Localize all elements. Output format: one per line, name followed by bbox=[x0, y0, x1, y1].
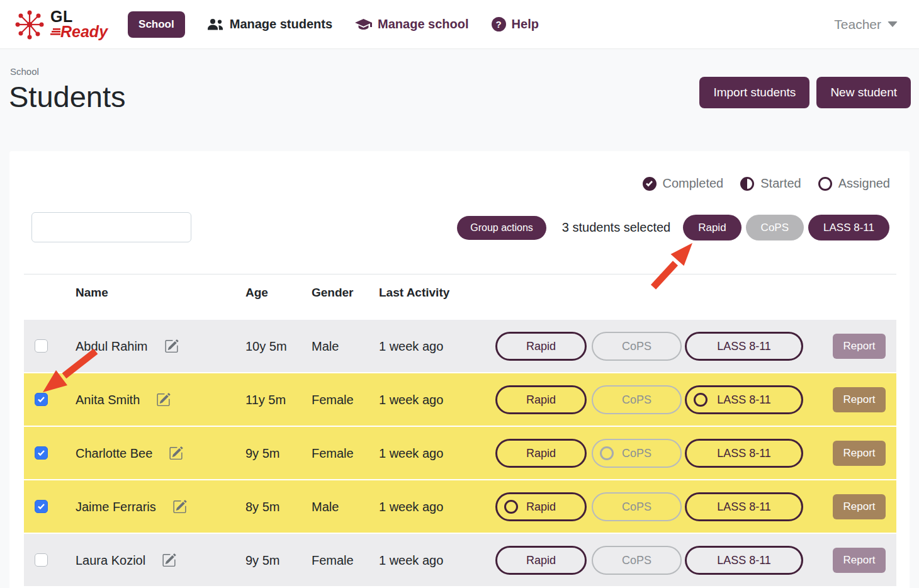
edit-icon[interactable] bbox=[164, 339, 179, 353]
search-input[interactable] bbox=[31, 212, 191, 242]
row-checkbox[interactable] bbox=[35, 500, 48, 513]
legend-assigned-label: Assigned bbox=[838, 176, 890, 191]
report-button[interactable]: Report bbox=[833, 441, 886, 466]
mortarboard-icon bbox=[355, 18, 372, 31]
row-checkbox[interactable] bbox=[35, 339, 48, 353]
people-icon bbox=[206, 18, 224, 31]
selection-count-text: 3 students selected bbox=[562, 220, 670, 235]
cops-test-button[interactable]: CoPS bbox=[592, 439, 682, 468]
starburst-icon bbox=[14, 9, 45, 40]
page-title: Students bbox=[9, 79, 126, 114]
table-row: Abdul Rahim 10y 5m Male 1 week ago Rapid… bbox=[24, 320, 896, 372]
student-gender: Male bbox=[312, 499, 339, 514]
edit-icon[interactable] bbox=[156, 392, 171, 407]
group-cops-button[interactable]: CoPS bbox=[746, 215, 804, 240]
table-row: Charlotte Bee 9y 5m Female 1 week ago Ra… bbox=[24, 427, 896, 479]
student-age: 9y 5m bbox=[245, 446, 279, 460]
legend-completed-label: Completed bbox=[663, 176, 724, 191]
edit-icon[interactable] bbox=[162, 553, 176, 567]
assigned-status-icon bbox=[694, 393, 708, 407]
student-last-activity: 1 week ago bbox=[379, 339, 443, 353]
nav-manage-school[interactable]: Manage school bbox=[355, 17, 468, 31]
edit-icon[interactable] bbox=[169, 446, 183, 460]
row-checkbox[interactable] bbox=[35, 393, 48, 406]
student-gender: Female bbox=[312, 553, 354, 567]
student-last-activity: 1 week ago bbox=[379, 446, 443, 460]
table-row: Laura Koziol 9y 5m Female 1 week ago Rap… bbox=[24, 534, 896, 586]
student-name: Jaime Ferraris bbox=[76, 499, 156, 514]
assigned-status-icon bbox=[600, 446, 614, 460]
legend-started: Started bbox=[740, 176, 801, 191]
row-checkbox[interactable] bbox=[35, 553, 48, 567]
student-name: Laura Koziol bbox=[76, 553, 145, 567]
gl-ready-logo[interactable]: GL Ready bbox=[14, 9, 108, 40]
lass-test-button[interactable]: LASS 8-11 bbox=[685, 332, 803, 361]
user-menu-dropdown[interactable]: Teacher bbox=[834, 17, 905, 32]
rapid-test-button[interactable]: Rapid bbox=[495, 492, 587, 521]
navbar: GL Ready School Manage students Manage s… bbox=[0, 0, 919, 49]
report-button[interactable]: Report bbox=[833, 494, 886, 519]
rapid-test-button[interactable]: Rapid bbox=[495, 546, 587, 575]
nav-manage-students[interactable]: Manage students bbox=[206, 17, 332, 31]
assigned-status-icon bbox=[818, 177, 832, 191]
student-gender: Male bbox=[312, 339, 339, 353]
nav-help[interactable]: ? Help bbox=[492, 17, 539, 31]
assigned-status-icon bbox=[504, 500, 518, 514]
rapid-test-button[interactable]: Rapid bbox=[495, 385, 587, 414]
student-last-activity: 1 week ago bbox=[379, 392, 443, 407]
student-name: Charlotte Bee bbox=[76, 446, 152, 460]
user-menu-label: Teacher bbox=[834, 17, 881, 32]
column-name: Name bbox=[76, 286, 108, 300]
student-gender: Female bbox=[312, 392, 354, 407]
status-legend: Completed Started Assigned bbox=[643, 176, 890, 191]
nav-help-label: Help bbox=[512, 17, 539, 31]
cops-test-button[interactable]: CoPS bbox=[592, 492, 682, 521]
table-header: Name Age Gender Last Activity bbox=[24, 286, 896, 305]
student-age: 10y 5m bbox=[245, 339, 287, 353]
group-lass-button[interactable]: LASS 8-11 bbox=[808, 215, 889, 240]
new-student-button[interactable]: New student bbox=[816, 77, 911, 108]
row-checkbox[interactable] bbox=[35, 446, 48, 460]
column-age: Age bbox=[245, 286, 268, 300]
school-button[interactable]: School bbox=[128, 11, 185, 38]
breadcrumb: School bbox=[10, 66, 39, 77]
lass-test-button[interactable]: LASS 8-11 bbox=[685, 492, 803, 521]
student-age: 11y 5m bbox=[245, 392, 286, 407]
cops-test-button[interactable]: CoPS bbox=[592, 332, 682, 361]
report-button[interactable]: Report bbox=[833, 548, 886, 573]
lass-test-button[interactable]: LASS 8-11 bbox=[685, 385, 803, 414]
student-last-activity: 1 week ago bbox=[379, 553, 443, 567]
nav-manage-students-label: Manage students bbox=[230, 17, 332, 31]
table-row: Anita Smith 11y 5m Female 1 week ago Rap… bbox=[24, 373, 896, 426]
legend-started-label: Started bbox=[760, 176, 801, 191]
rapid-test-button[interactable]: Rapid bbox=[495, 439, 587, 468]
legend-completed: Completed bbox=[643, 176, 724, 191]
group-rapid-button[interactable]: Rapid bbox=[683, 215, 741, 240]
table-divider bbox=[24, 274, 896, 274]
cops-test-button[interactable]: CoPS bbox=[592, 385, 682, 414]
lass-test-label: LASS 8-11 bbox=[717, 393, 771, 407]
lass-test-button[interactable]: LASS 8-11 bbox=[685, 439, 803, 468]
edit-icon[interactable] bbox=[172, 499, 187, 514]
completed-status-icon bbox=[643, 177, 657, 191]
student-name: Anita Smith bbox=[76, 392, 140, 407]
column-last-activity: Last Activity bbox=[379, 286, 449, 300]
started-status-icon bbox=[740, 177, 754, 191]
rapid-test-label: Rapid bbox=[526, 500, 556, 514]
group-actions-button[interactable]: Group actions bbox=[457, 216, 546, 240]
import-students-button[interactable]: Import students bbox=[699, 77, 809, 108]
student-gender: Female bbox=[312, 446, 354, 460]
logo-gl-text: GL bbox=[50, 9, 108, 25]
table-row: Jaime Ferraris 8y 5m Male 1 week ago Rap… bbox=[24, 480, 896, 533]
rapid-test-button[interactable]: Rapid bbox=[495, 332, 587, 361]
report-button[interactable]: Report bbox=[833, 334, 886, 359]
student-age: 8y 5m bbox=[245, 499, 279, 514]
chevron-down-icon bbox=[888, 21, 898, 27]
lass-test-button[interactable]: LASS 8-11 bbox=[685, 546, 803, 575]
student-name: Abdul Rahim bbox=[76, 339, 148, 353]
student-age: 9y 5m bbox=[245, 553, 279, 567]
student-last-activity: 1 week ago bbox=[379, 499, 443, 514]
speed-stripes-icon bbox=[50, 26, 60, 37]
report-button[interactable]: Report bbox=[833, 387, 886, 412]
cops-test-button[interactable]: CoPS bbox=[592, 546, 682, 575]
